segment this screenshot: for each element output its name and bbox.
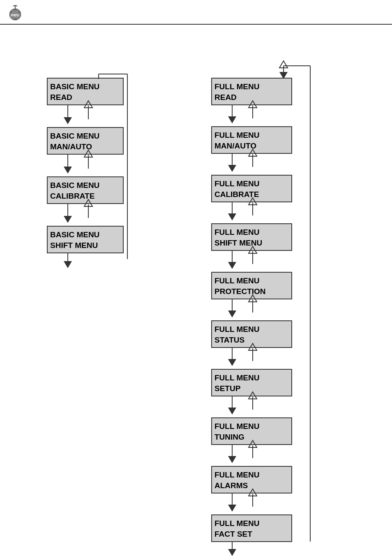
- svg-text:FULL MENU: FULL MENU: [214, 276, 259, 285]
- svg-text:CALIBRATE: CALIBRATE: [214, 190, 259, 199]
- svg-text:FULL MENU: FULL MENU: [214, 179, 259, 188]
- svg-text:SETUP: SETUP: [214, 384, 241, 393]
- svg-text:FACT SET: FACT SET: [214, 530, 252, 538]
- svg-marker-56: [228, 165, 236, 172]
- svg-text:ALARMS: ALARMS: [214, 481, 248, 490]
- svg-text:FULL MENU: FULL MENU: [214, 470, 259, 479]
- svg-marker-49: [228, 116, 236, 123]
- svg-marker-84: [228, 359, 236, 366]
- svg-text:STATUS: STATUS: [214, 336, 244, 344]
- svg-marker-112: [228, 549, 236, 556]
- svg-text:BASIC MENU: BASIC MENU: [50, 132, 99, 140]
- svg-marker-98: [228, 456, 236, 463]
- svg-marker-22: [64, 167, 72, 174]
- svg-text:PMV: PMV: [11, 13, 19, 17]
- svg-text:MAN/AUTO: MAN/AUTO: [214, 141, 256, 150]
- svg-text:PROTECTION: PROTECTION: [214, 287, 266, 296]
- svg-text:BASIC MENU: BASIC MENU: [50, 181, 99, 190]
- svg-text:FULL MENU: FULL MENU: [214, 373, 259, 382]
- header: PMV: [0, 0, 392, 25]
- svg-marker-77: [228, 310, 236, 317]
- svg-text:BASIC MENU: BASIC MENU: [50, 82, 99, 91]
- svg-marker-29: [64, 216, 72, 223]
- pmv-logo-icon: PMV: [6, 3, 27, 21]
- svg-text:FULL MENU: FULL MENU: [214, 228, 259, 236]
- svg-marker-63: [228, 213, 236, 220]
- svg-text:BASIC MENU: BASIC MENU: [50, 230, 99, 239]
- svg-text:MAN/AUTO: MAN/AUTO: [50, 142, 92, 151]
- svg-marker-70: [228, 262, 236, 269]
- svg-rect-6: [14, 9, 17, 10]
- svg-marker-91: [228, 408, 236, 415]
- svg-text:FULL MENU: FULL MENU: [214, 519, 259, 528]
- svg-text:TUNING: TUNING: [214, 433, 244, 441]
- svg-text:FULL MENU: FULL MENU: [214, 422, 259, 431]
- logo-container: PMV: [6, 3, 27, 21]
- svg-marker-15: [64, 117, 72, 124]
- svg-text:SHIFT MENU: SHIFT MENU: [214, 239, 262, 247]
- svg-marker-36: [64, 261, 72, 268]
- svg-text:READ: READ: [214, 93, 237, 102]
- svg-text:READ: READ: [50, 93, 72, 102]
- svg-text:FULL MENU: FULL MENU: [214, 82, 259, 91]
- svg-text:FULL MENU: FULL MENU: [214, 131, 259, 139]
- diagram-canvas: BASIC MENU READ BASIC MENU MAN/AUTO BASI…: [0, 25, 392, 556]
- svg-text:CALIBRATE: CALIBRATE: [50, 192, 95, 200]
- svg-rect-7: [14, 19, 17, 20]
- svg-text:FULL MENU: FULL MENU: [214, 325, 259, 334]
- svg-text:SHIFT MENU: SHIFT MENU: [50, 241, 98, 250]
- svg-marker-105: [228, 505, 236, 512]
